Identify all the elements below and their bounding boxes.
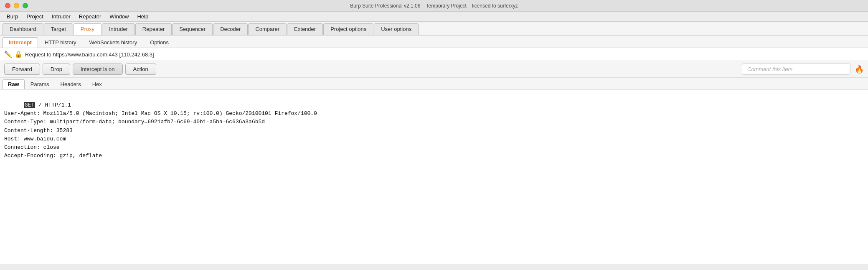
http-line-7: Accept-Encoding: gzip, deflate — [4, 153, 102, 159]
main-tab-bar: Dashboard Target Proxy Intruder Repeater… — [0, 22, 868, 36]
http-line-6: Connection: close — [4, 144, 60, 150]
maximize-button[interactable] — [23, 3, 28, 8]
window-controls[interactable] — [5, 3, 28, 8]
subtab-intercept[interactable]: Intercept — [3, 37, 38, 48]
tab-project-options[interactable]: Project options — [323, 23, 373, 35]
action-bar: Forward Drop Intercept is on Action 🔥 — [0, 61, 868, 78]
intercept-area: ✏️ 🔒 Request to https://www.baidu.com:44… — [0, 48, 868, 264]
forward-button[interactable]: Forward — [4, 64, 40, 75]
menu-window[interactable]: Window — [106, 13, 132, 20]
tab-dashboard[interactable]: Dashboard — [3, 23, 43, 35]
request-label: Request to https://www.baidu.com:443 [11… — [25, 51, 154, 58]
main-content: ✏️ 🔒 Request to https://www.baidu.com:44… — [0, 48, 868, 264]
comment-input[interactable] — [742, 64, 850, 75]
window-title: Burp Suite Professional v2.1.06 – Tempor… — [350, 3, 518, 9]
intercept-toggle-button[interactable]: Intercept is on — [73, 64, 123, 75]
menu-help[interactable]: Help — [134, 13, 152, 20]
fire-icon: 🔥 — [855, 65, 864, 74]
http-line-4: Content-Length: 35283 — [4, 127, 73, 134]
lock-icon: 🔒 — [15, 51, 23, 58]
subtab-options[interactable]: Options — [144, 37, 175, 48]
menu-burp[interactable]: Burp — [3, 13, 21, 20]
minimize-button[interactable] — [14, 3, 19, 8]
innertab-headers[interactable]: Headers — [55, 79, 86, 89]
subtab-http-history[interactable]: HTTP history — [38, 37, 83, 48]
inner-tab-bar: Raw Params Headers Hex — [0, 78, 868, 89]
menu-repeater[interactable]: Repeater — [76, 13, 104, 20]
innertab-params[interactable]: Params — [25, 79, 55, 89]
action-button[interactable]: Action — [125, 64, 156, 75]
http-method-highlight: GET — [24, 102, 35, 108]
drop-button[interactable]: Drop — [43, 64, 70, 75]
tab-intruder[interactable]: Intruder — [102, 23, 135, 35]
http-line-2: User-Agent: Mozilla/5.0 (Macintosh; Inte… — [4, 110, 317, 117]
close-button[interactable] — [5, 3, 10, 8]
menu-bar: Burp Project Intruder Repeater Window He… — [0, 12, 868, 22]
innertab-hex[interactable]: Hex — [87, 79, 107, 89]
http-content[interactable]: GET / HTTP/1.1 User-Agent: Mozilla/5.0 (… — [0, 89, 868, 264]
request-header: ✏️ 🔒 Request to https://www.baidu.com:44… — [0, 48, 868, 61]
http-line1: / HTTP/1.1 — [35, 102, 71, 108]
tab-target[interactable]: Target — [44, 23, 73, 35]
menu-project[interactable]: Project — [23, 13, 46, 20]
tab-extender[interactable]: Extender — [287, 23, 323, 35]
tab-sequencer[interactable]: Sequencer — [172, 23, 213, 35]
tab-proxy[interactable]: Proxy — [74, 23, 102, 35]
http-line-5: Host: www.baidu.com — [4, 136, 66, 142]
http-line-3: Content-Type: multipart/form-data; bound… — [4, 119, 265, 125]
tab-user-options[interactable]: User options — [374, 23, 419, 35]
title-bar: Burp Suite Professional v2.1.06 – Tempor… — [0, 0, 868, 12]
subtab-websockets-history[interactable]: WebSockets history — [83, 37, 144, 48]
sub-tab-bar: Intercept HTTP history WebSockets histor… — [0, 36, 868, 48]
tab-comparer[interactable]: Comparer — [248, 23, 287, 35]
pencil-icon: ✏️ — [4, 51, 12, 58]
tab-decoder[interactable]: Decoder — [213, 23, 248, 35]
menu-intruder[interactable]: Intruder — [48, 13, 74, 20]
tab-repeater[interactable]: Repeater — [135, 23, 172, 35]
innertab-raw[interactable]: Raw — [3, 79, 25, 89]
